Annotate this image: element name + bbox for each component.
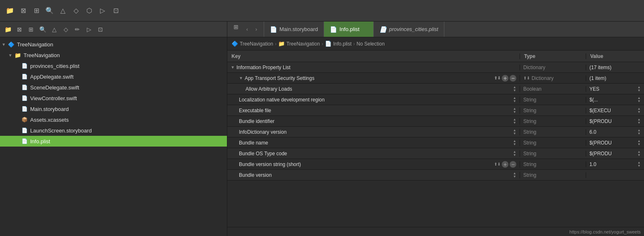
row-add-remove: ⬆⬇ + − <box>494 75 516 82</box>
row-key-allow-loads: Allow Arbitrary Loads ▲ ▼ <box>227 86 520 92</box>
status-bar: https://blog.csdn.net/yogurt_sweets <box>227 227 644 236</box>
row-type-infodict-ver: String <box>520 129 586 135</box>
diamond-toolbar-icon[interactable]: ◇ <box>71 6 81 16</box>
row-key-bundle-ver-short: Bundle version string (short) ⬆⬇ + − <box>227 161 520 168</box>
search-toolbar-icon[interactable]: 🔍 <box>45 6 55 16</box>
breadcrumb-item-selection[interactable]: No Selection <box>357 41 385 47</box>
breadcrumb-folder-icon: 📁 <box>278 41 285 47</box>
row-type-executable: String <box>520 108 586 113</box>
sidebar-search-icon[interactable]: 🔍 <box>38 25 47 34</box>
file-provinces: provinces_cities.plist <box>30 63 224 69</box>
file-viewcontroller: ViewController.swift <box>30 95 224 101</box>
row-type-info-prop-list: Dictionary <box>520 65 586 70</box>
plist-header: Key Type Value <box>227 51 644 62</box>
storyboard-icon-main: 📄 <box>21 106 28 112</box>
row-add-button-ver[interactable]: + <box>502 161 508 168</box>
row-key-infodict-ver: InfoDictionary version ▲ ▼ <box>227 129 520 135</box>
tree-item-provinces[interactable]: 📄 provinces_cities.plist <box>0 60 227 71</box>
tab-label-main: Main.storyboard <box>279 26 318 32</box>
table-row[interactable]: Allow Arbitrary Loads ▲ ▼ Boolean YES ▲ … <box>227 84 644 94</box>
status-url: https://blog.csdn.net/yogurt_sweets <box>570 229 641 234</box>
table-row[interactable]: Bundle identifier ▲ ▼ String $(PRODU ▲ ▼ <box>227 116 644 127</box>
row-key-text: Bundle version string (short) <box>239 161 301 167</box>
table-row[interactable]: ▼ Information Property List Dictionary (… <box>227 62 644 73</box>
folder-toolbar-icon[interactable]: 📁 <box>5 6 15 16</box>
swift-icon-scenedelegate: 📄 <box>21 84 28 91</box>
row-type-bundle-name: String <box>520 140 586 146</box>
row-key-executable: Executable file ▲ ▼ <box>227 107 520 114</box>
tree-item-appdelegate[interactable]: 📄 AppDelegate.swift <box>0 71 227 82</box>
table-row[interactable]: Bundle OS Type code ▲ ▼ String $(PRODU ▲… <box>227 148 644 159</box>
breadcrumb-project-icon: 🔷 <box>231 41 238 47</box>
sidebar-hierarchy-icon[interactable]: ⊞ <box>26 25 36 34</box>
warning-toolbar-icon[interactable]: △ <box>58 6 68 16</box>
tab-bar: ⊞ ‹ › 📄 Main.storyboard 📄 Info.plist 📄 p… <box>227 22 644 37</box>
row-key-text: InfoDictionary version <box>239 129 286 135</box>
tab-grid-button[interactable]: ⊞ <box>231 22 241 32</box>
tree-item-project[interactable]: ▼ 🔷 TreeNavigation <box>0 39 227 50</box>
sidebar-warning-icon[interactable]: △ <box>50 25 59 34</box>
assets-icon: 📦 <box>21 116 28 123</box>
folder-name: TreeNavigation <box>24 52 224 58</box>
row-value-bundle-os: $(PRODU ▲ ▼ <box>586 150 644 157</box>
tab-icon-info: 📄 <box>330 26 337 33</box>
sidebar-close-icon[interactable]: ⊠ <box>15 25 24 34</box>
breadcrumb-item-file[interactable]: 📄 Info.plist <box>325 41 352 47</box>
breadcrumb-sep-2: › <box>322 41 323 47</box>
table-row[interactable]: InfoDictionary version ▲ ▼ String 6.0 ▲ … <box>227 127 644 137</box>
row-value-bundle-name: $(PRODU ▲ ▼ <box>586 140 644 146</box>
table-row[interactable]: Localization native development region ▲… <box>227 94 644 105</box>
folder-icon: 📁 <box>14 52 21 58</box>
main-area: 📁 ⊠ ⊞ 🔍 △ ◇ ✏ ▷ ⊡ ▼ 🔷 TreeNavigation ▼ � <box>0 22 644 236</box>
breadcrumb-item-folder[interactable]: 📁 TreeNavigation <box>278 41 320 47</box>
row-key-text: Bundle version <box>239 172 272 178</box>
row-type-transport: ⬆⬇Dictionary <box>520 75 586 81</box>
tree-item-assets[interactable]: 📦 Assets.xcassets <box>0 114 227 125</box>
sidebar-diamond-icon[interactable]: ◇ <box>61 25 70 34</box>
row-type-allow-loads: Boolean <box>520 86 586 92</box>
breadcrumb-item-project[interactable]: 🔷 TreeNavigation <box>231 41 273 47</box>
tree-item-scenedelegate[interactable]: 📄 SceneDelegate.swift <box>0 82 227 93</box>
tree-item-mainstoryboard[interactable]: 📄 Main.storyboard <box>0 104 227 114</box>
table-row[interactable]: Bundle version ▲ ▼ String <box>227 170 644 181</box>
tab-infoplist[interactable]: 📄 Info.plist <box>324 22 374 37</box>
project-name: TreeNavigation <box>17 41 224 48</box>
chevron-project: ▼ <box>2 42 7 47</box>
file-mainstoryboard: Main.storyboard <box>30 106 224 112</box>
tab-forward-button[interactable]: › <box>252 25 260 34</box>
tree-item-infoplist[interactable]: 📄 Info.plist <box>0 136 227 147</box>
row-type-bundle-ver: String <box>520 172 586 178</box>
grid-toolbar-icon[interactable]: ⊡ <box>111 6 121 16</box>
tab-provinces[interactable]: 📄 provinces_cities.plist <box>374 22 444 37</box>
tab-label-info: Info.plist <box>339 26 359 32</box>
table-row[interactable]: Bundle name ▲ ▼ String $(PRODU ▲ ▼ <box>227 137 644 148</box>
tag-toolbar-icon[interactable]: ⬡ <box>84 6 94 16</box>
arrow-toolbar-icon[interactable]: ▷ <box>98 6 107 16</box>
row-add-button[interactable]: + <box>502 75 508 82</box>
tab-mainstoryboard[interactable]: 📄 Main.storyboard <box>264 22 324 37</box>
row-remove-button-ver[interactable]: − <box>510 161 516 168</box>
tree-item-viewcontroller[interactable]: 📄 ViewController.swift <box>0 93 227 104</box>
col-key-header: Key <box>227 53 520 59</box>
file-assets: Assets.xcassets <box>30 117 224 123</box>
sidebar-grid-icon[interactable]: ⊡ <box>96 25 105 34</box>
sidebar-folder-icon[interactable]: 📁 <box>3 25 12 34</box>
row-key-text: Bundle name <box>239 140 268 146</box>
table-row[interactable]: Bundle version string (short) ⬆⬇ + − Str… <box>227 159 644 170</box>
row-remove-button[interactable]: − <box>510 75 516 82</box>
swift-icon-vc: 📄 <box>21 95 28 101</box>
plist-icon: 📄 <box>21 63 28 69</box>
tree-item-launchscreen[interactable]: 📄 LaunchScreen.storyboard <box>0 125 227 136</box>
tab-back-button[interactable]: ‹ <box>243 25 251 34</box>
hierarchy-toolbar-icon[interactable]: ⊞ <box>31 6 41 16</box>
table-row[interactable]: ▼ App Transport Security Settings ⬆⬇ + −… <box>227 73 644 84</box>
row-value-bundle-id: $(PRODU ▲ ▼ <box>586 118 644 125</box>
table-row[interactable]: Executable file ▲ ▼ String $(EXECU ▲ ▼ <box>227 105 644 116</box>
row-key-text: Bundle identifier <box>239 118 274 124</box>
close-panel-toolbar-icon[interactable]: ⊠ <box>18 6 28 16</box>
row-value-transport: (1 item) <box>586 75 644 81</box>
row-key-info-prop-list: ▼ Information Property List <box>227 65 520 70</box>
tree-item-folder[interactable]: ▼ 📁 TreeNavigation <box>0 50 227 60</box>
sidebar-arrow-icon[interactable]: ▷ <box>84 25 93 34</box>
sidebar-pencil-icon[interactable]: ✏ <box>73 25 82 34</box>
